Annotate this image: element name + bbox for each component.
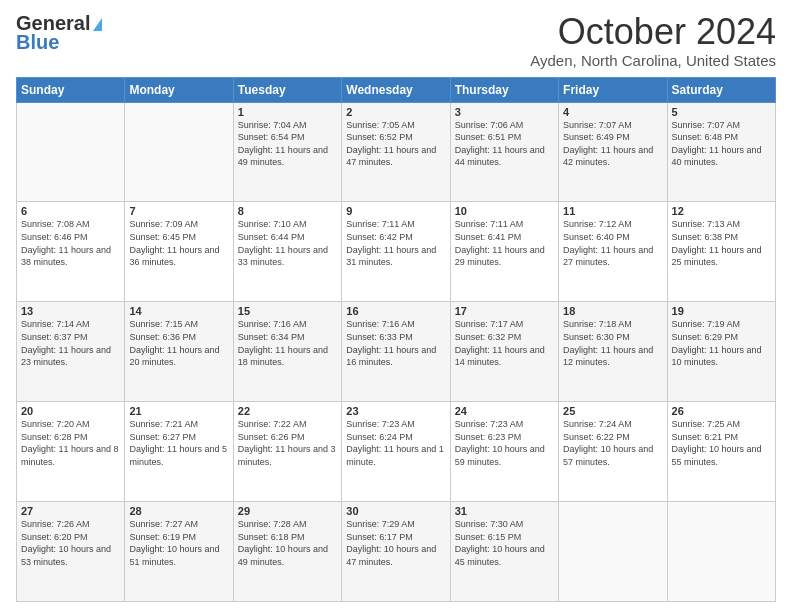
month-title: October 2024 (530, 12, 776, 52)
day-info: Sunrise: 7:27 AMSunset: 6:19 PMDaylight:… (129, 518, 228, 568)
location: Ayden, North Carolina, United States (530, 52, 776, 69)
day-cell-1-2 (125, 102, 233, 202)
logo: General Blue (16, 12, 102, 54)
day-info: Sunrise: 7:16 AMSunset: 6:33 PMDaylight:… (346, 318, 445, 368)
day-cell-1-6: 4Sunrise: 7:07 AMSunset: 6:49 PMDaylight… (559, 102, 667, 202)
day-cell-2-7: 12Sunrise: 7:13 AMSunset: 6:38 PMDayligh… (667, 202, 775, 302)
day-number: 13 (21, 305, 120, 317)
logo-triangle-icon (93, 18, 102, 31)
header-monday: Monday (125, 77, 233, 102)
calendar-table: Sunday Monday Tuesday Wednesday Thursday… (16, 77, 776, 602)
day-info: Sunrise: 7:17 AMSunset: 6:32 PMDaylight:… (455, 318, 554, 368)
day-info: Sunrise: 7:26 AMSunset: 6:20 PMDaylight:… (21, 518, 120, 568)
day-cell-1-7: 5Sunrise: 7:07 AMSunset: 6:48 PMDaylight… (667, 102, 775, 202)
day-cell-1-1 (17, 102, 125, 202)
day-cell-3-4: 16Sunrise: 7:16 AMSunset: 6:33 PMDayligh… (342, 302, 450, 402)
day-info: Sunrise: 7:10 AMSunset: 6:44 PMDaylight:… (238, 218, 337, 268)
day-cell-2-6: 11Sunrise: 7:12 AMSunset: 6:40 PMDayligh… (559, 202, 667, 302)
day-cell-3-7: 19Sunrise: 7:19 AMSunset: 6:29 PMDayligh… (667, 302, 775, 402)
day-number: 26 (672, 405, 771, 417)
day-number: 10 (455, 205, 554, 217)
day-info: Sunrise: 7:30 AMSunset: 6:15 PMDaylight:… (455, 518, 554, 568)
day-number: 14 (129, 305, 228, 317)
day-cell-3-5: 17Sunrise: 7:17 AMSunset: 6:32 PMDayligh… (450, 302, 558, 402)
day-number: 15 (238, 305, 337, 317)
week-row-4: 20Sunrise: 7:20 AMSunset: 6:28 PMDayligh… (17, 402, 776, 502)
header-tuesday: Tuesday (233, 77, 341, 102)
day-info: Sunrise: 7:14 AMSunset: 6:37 PMDaylight:… (21, 318, 120, 368)
day-cell-5-6 (559, 502, 667, 602)
header-sunday: Sunday (17, 77, 125, 102)
day-number: 25 (563, 405, 662, 417)
day-info: Sunrise: 7:22 AMSunset: 6:26 PMDaylight:… (238, 418, 337, 468)
day-info: Sunrise: 7:06 AMSunset: 6:51 PMDaylight:… (455, 119, 554, 169)
day-number: 16 (346, 305, 445, 317)
day-info: Sunrise: 7:23 AMSunset: 6:23 PMDaylight:… (455, 418, 554, 468)
week-row-3: 13Sunrise: 7:14 AMSunset: 6:37 PMDayligh… (17, 302, 776, 402)
day-number: 2 (346, 106, 445, 118)
header-thursday: Thursday (450, 77, 558, 102)
day-cell-3-2: 14Sunrise: 7:15 AMSunset: 6:36 PMDayligh… (125, 302, 233, 402)
day-info: Sunrise: 7:25 AMSunset: 6:21 PMDaylight:… (672, 418, 771, 468)
day-number: 31 (455, 505, 554, 517)
day-number: 4 (563, 106, 662, 118)
day-number: 30 (346, 505, 445, 517)
day-cell-5-4: 30Sunrise: 7:29 AMSunset: 6:17 PMDayligh… (342, 502, 450, 602)
day-number: 27 (21, 505, 120, 517)
day-number: 22 (238, 405, 337, 417)
day-cell-3-3: 15Sunrise: 7:16 AMSunset: 6:34 PMDayligh… (233, 302, 341, 402)
day-info: Sunrise: 7:07 AMSunset: 6:48 PMDaylight:… (672, 119, 771, 169)
day-cell-5-7 (667, 502, 775, 602)
day-number: 20 (21, 405, 120, 417)
day-info: Sunrise: 7:24 AMSunset: 6:22 PMDaylight:… (563, 418, 662, 468)
day-info: Sunrise: 7:11 AMSunset: 6:42 PMDaylight:… (346, 218, 445, 268)
day-cell-5-5: 31Sunrise: 7:30 AMSunset: 6:15 PMDayligh… (450, 502, 558, 602)
day-cell-4-1: 20Sunrise: 7:20 AMSunset: 6:28 PMDayligh… (17, 402, 125, 502)
week-row-2: 6Sunrise: 7:08 AMSunset: 6:46 PMDaylight… (17, 202, 776, 302)
day-cell-3-6: 18Sunrise: 7:18 AMSunset: 6:30 PMDayligh… (559, 302, 667, 402)
day-number: 5 (672, 106, 771, 118)
day-info: Sunrise: 7:11 AMSunset: 6:41 PMDaylight:… (455, 218, 554, 268)
page: General Blue October 2024 Ayden, North C… (0, 0, 792, 612)
logo-blue: Blue (16, 31, 59, 54)
day-cell-4-4: 23Sunrise: 7:23 AMSunset: 6:24 PMDayligh… (342, 402, 450, 502)
day-cell-2-5: 10Sunrise: 7:11 AMSunset: 6:41 PMDayligh… (450, 202, 558, 302)
day-number: 1 (238, 106, 337, 118)
day-info: Sunrise: 7:09 AMSunset: 6:45 PMDaylight:… (129, 218, 228, 268)
day-number: 29 (238, 505, 337, 517)
day-cell-4-6: 25Sunrise: 7:24 AMSunset: 6:22 PMDayligh… (559, 402, 667, 502)
day-number: 8 (238, 205, 337, 217)
day-cell-5-2: 28Sunrise: 7:27 AMSunset: 6:19 PMDayligh… (125, 502, 233, 602)
header: General Blue October 2024 Ayden, North C… (16, 12, 776, 69)
day-number: 18 (563, 305, 662, 317)
header-wednesday: Wednesday (342, 77, 450, 102)
day-number: 6 (21, 205, 120, 217)
day-info: Sunrise: 7:07 AMSunset: 6:49 PMDaylight:… (563, 119, 662, 169)
day-info: Sunrise: 7:08 AMSunset: 6:46 PMDaylight:… (21, 218, 120, 268)
day-cell-1-5: 3Sunrise: 7:06 AMSunset: 6:51 PMDaylight… (450, 102, 558, 202)
day-info: Sunrise: 7:19 AMSunset: 6:29 PMDaylight:… (672, 318, 771, 368)
day-info: Sunrise: 7:18 AMSunset: 6:30 PMDaylight:… (563, 318, 662, 368)
week-row-1: 1Sunrise: 7:04 AMSunset: 6:54 PMDaylight… (17, 102, 776, 202)
title-area: October 2024 Ayden, North Carolina, Unit… (530, 12, 776, 69)
day-info: Sunrise: 7:20 AMSunset: 6:28 PMDaylight:… (21, 418, 120, 468)
header-friday: Friday (559, 77, 667, 102)
day-cell-4-7: 26Sunrise: 7:25 AMSunset: 6:21 PMDayligh… (667, 402, 775, 502)
day-cell-2-3: 8Sunrise: 7:10 AMSunset: 6:44 PMDaylight… (233, 202, 341, 302)
day-info: Sunrise: 7:12 AMSunset: 6:40 PMDaylight:… (563, 218, 662, 268)
day-info: Sunrise: 7:04 AMSunset: 6:54 PMDaylight:… (238, 119, 337, 169)
day-number: 11 (563, 205, 662, 217)
week-row-5: 27Sunrise: 7:26 AMSunset: 6:20 PMDayligh… (17, 502, 776, 602)
day-number: 9 (346, 205, 445, 217)
day-number: 23 (346, 405, 445, 417)
day-cell-3-1: 13Sunrise: 7:14 AMSunset: 6:37 PMDayligh… (17, 302, 125, 402)
day-info: Sunrise: 7:28 AMSunset: 6:18 PMDaylight:… (238, 518, 337, 568)
day-number: 3 (455, 106, 554, 118)
day-cell-5-1: 27Sunrise: 7:26 AMSunset: 6:20 PMDayligh… (17, 502, 125, 602)
day-cell-1-4: 2Sunrise: 7:05 AMSunset: 6:52 PMDaylight… (342, 102, 450, 202)
day-number: 17 (455, 305, 554, 317)
day-cell-4-5: 24Sunrise: 7:23 AMSunset: 6:23 PMDayligh… (450, 402, 558, 502)
day-cell-2-1: 6Sunrise: 7:08 AMSunset: 6:46 PMDaylight… (17, 202, 125, 302)
day-info: Sunrise: 7:15 AMSunset: 6:36 PMDaylight:… (129, 318, 228, 368)
header-row: Sunday Monday Tuesday Wednesday Thursday… (17, 77, 776, 102)
